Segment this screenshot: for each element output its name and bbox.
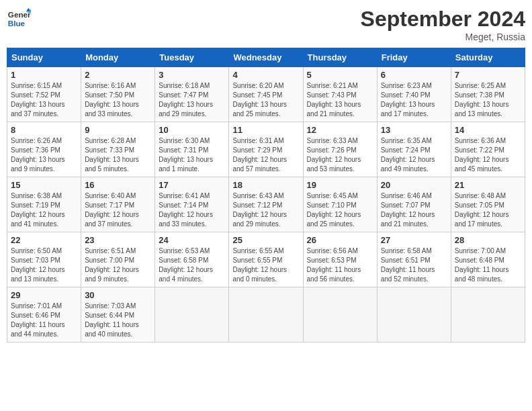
day-number: 5: [307, 70, 373, 80]
day-number: 11: [232, 125, 299, 135]
day-cell: [377, 287, 451, 342]
day-info: Sunrise: 6:41 AM Sunset: 7:14 PM Dayligh…: [159, 191, 225, 229]
day-number: 19: [307, 180, 373, 190]
day-cell: [303, 287, 377, 342]
day-info: Sunrise: 6:50 AM Sunset: 7:03 PM Dayligh…: [11, 246, 77, 284]
day-cell: [451, 287, 525, 342]
day-number: 14: [455, 125, 521, 135]
day-cell: 27Sunrise: 6:58 AM Sunset: 6:51 PM Dayli…: [377, 232, 451, 287]
week-row-4: 22Sunrise: 6:50 AM Sunset: 7:03 PM Dayli…: [7, 232, 525, 287]
day-info: Sunrise: 7:01 AM Sunset: 6:46 PM Dayligh…: [11, 302, 77, 339]
day-info: Sunrise: 6:38 AM Sunset: 7:19 PM Dayligh…: [11, 191, 77, 229]
calendar-table: SundayMondayTuesdayWednesdayThursdayFrid…: [7, 48, 525, 342]
week-row-5: 29Sunrise: 7:01 AM Sunset: 6:46 PM Dayli…: [7, 287, 525, 342]
day-number: 7: [455, 70, 521, 80]
day-number: 21: [455, 180, 521, 190]
title-block: September 2024 Meget, Russia: [361, 7, 525, 42]
day-info: Sunrise: 6:23 AM Sunset: 7:40 PM Dayligh…: [381, 81, 447, 119]
day-info: Sunrise: 6:53 AM Sunset: 6:58 PM Dayligh…: [159, 246, 225, 284]
calendar-subtitle: Meget, Russia: [361, 32, 525, 42]
day-cell: 1Sunrise: 6:15 AM Sunset: 7:52 PM Daylig…: [7, 67, 81, 122]
day-cell: 20Sunrise: 6:46 AM Sunset: 7:07 PM Dayli…: [377, 177, 451, 232]
day-cell: 8Sunrise: 6:26 AM Sunset: 7:36 PM Daylig…: [7, 122, 81, 177]
day-cell: 24Sunrise: 6:53 AM Sunset: 6:58 PM Dayli…: [155, 232, 229, 287]
week-row-2: 8Sunrise: 6:26 AM Sunset: 7:36 PM Daylig…: [7, 122, 525, 177]
day-cell: 16Sunrise: 6:40 AM Sunset: 7:17 PM Dayli…: [81, 177, 155, 232]
day-cell: 18Sunrise: 6:43 AM Sunset: 7:12 PM Dayli…: [229, 177, 303, 232]
header-tuesday: Tuesday: [155, 48, 229, 67]
day-cell: 9Sunrise: 6:28 AM Sunset: 7:33 PM Daylig…: [81, 122, 155, 177]
day-cell: 12Sunrise: 6:33 AM Sunset: 7:26 PM Dayli…: [303, 122, 377, 177]
day-number: 20: [381, 180, 447, 190]
day-number: 3: [159, 70, 225, 80]
day-number: 13: [381, 125, 447, 135]
day-number: 22: [11, 235, 77, 245]
day-info: Sunrise: 6:16 AM Sunset: 7:50 PM Dayligh…: [85, 81, 151, 119]
svg-text:Blue: Blue: [8, 19, 26, 28]
day-cell: 19Sunrise: 6:45 AM Sunset: 7:10 PM Dayli…: [303, 177, 377, 232]
day-cell: 6Sunrise: 6:23 AM Sunset: 7:40 PM Daylig…: [377, 67, 451, 122]
day-info: Sunrise: 6:15 AM Sunset: 7:52 PM Dayligh…: [11, 81, 77, 119]
day-cell: 23Sunrise: 6:51 AM Sunset: 7:00 PM Dayli…: [81, 232, 155, 287]
day-cell: 2Sunrise: 6:16 AM Sunset: 7:50 PM Daylig…: [81, 67, 155, 122]
day-cell: 4Sunrise: 6:20 AM Sunset: 7:45 PM Daylig…: [229, 67, 303, 122]
day-number: 18: [232, 180, 299, 190]
day-number: 6: [381, 70, 447, 80]
week-row-3: 15Sunrise: 6:38 AM Sunset: 7:19 PM Dayli…: [7, 177, 525, 232]
logo-icon: General Blue: [7, 7, 31, 31]
day-number: 16: [85, 180, 151, 190]
day-number: 27: [381, 235, 447, 245]
day-number: 24: [159, 235, 225, 245]
day-cell: 25Sunrise: 6:55 AM Sunset: 6:55 PM Dayli…: [229, 232, 303, 287]
day-number: 28: [455, 235, 521, 245]
day-info: Sunrise: 6:35 AM Sunset: 7:24 PM Dayligh…: [381, 136, 447, 174]
header-wednesday: Wednesday: [229, 48, 303, 67]
day-info: Sunrise: 7:03 AM Sunset: 6:44 PM Dayligh…: [85, 302, 151, 339]
day-cell: 28Sunrise: 7:00 AM Sunset: 6:48 PM Dayli…: [451, 232, 525, 287]
day-info: Sunrise: 6:21 AM Sunset: 7:43 PM Dayligh…: [307, 81, 373, 119]
day-number: 15: [11, 180, 77, 190]
day-number: 23: [85, 235, 151, 245]
day-cell: 11Sunrise: 6:31 AM Sunset: 7:29 PM Dayli…: [229, 122, 303, 177]
day-cell: 7Sunrise: 6:25 AM Sunset: 7:38 PM Daylig…: [451, 67, 525, 122]
header-sunday: Sunday: [7, 48, 81, 67]
day-info: Sunrise: 6:25 AM Sunset: 7:38 PM Dayligh…: [455, 81, 521, 119]
day-number: 12: [307, 125, 373, 135]
day-cell: 3Sunrise: 6:18 AM Sunset: 7:47 PM Daylig…: [155, 67, 229, 122]
day-cell: 10Sunrise: 6:30 AM Sunset: 7:31 PM Dayli…: [155, 122, 229, 177]
day-number: 8: [11, 125, 77, 135]
day-info: Sunrise: 6:33 AM Sunset: 7:26 PM Dayligh…: [307, 136, 373, 174]
day-cell: 14Sunrise: 6:36 AM Sunset: 7:22 PM Dayli…: [451, 122, 525, 177]
header-monday: Monday: [81, 48, 155, 67]
day-cell: 21Sunrise: 6:48 AM Sunset: 7:05 PM Dayli…: [451, 177, 525, 232]
day-number: 2: [85, 70, 151, 80]
week-row-1: 1Sunrise: 6:15 AM Sunset: 7:52 PM Daylig…: [7, 67, 525, 122]
day-info: Sunrise: 6:43 AM Sunset: 7:12 PM Dayligh…: [232, 191, 299, 229]
day-cell: 29Sunrise: 7:01 AM Sunset: 6:46 PM Dayli…: [7, 287, 81, 342]
day-number: 1: [11, 70, 77, 80]
logo: General Blue: [7, 7, 31, 31]
day-number: 29: [11, 290, 77, 300]
day-number: 17: [159, 180, 225, 190]
calendar-title: September 2024: [361, 7, 525, 32]
day-cell: 5Sunrise: 6:21 AM Sunset: 7:43 PM Daylig…: [303, 67, 377, 122]
page-header: General Blue September 2024 Meget, Russi…: [7, 7, 525, 42]
day-cell: 22Sunrise: 6:50 AM Sunset: 7:03 PM Dayli…: [7, 232, 81, 287]
day-info: Sunrise: 6:30 AM Sunset: 7:31 PM Dayligh…: [159, 136, 225, 174]
day-info: Sunrise: 6:55 AM Sunset: 6:55 PM Dayligh…: [232, 246, 299, 284]
day-info: Sunrise: 6:58 AM Sunset: 6:51 PM Dayligh…: [381, 246, 447, 284]
day-number: 30: [85, 290, 151, 300]
header-friday: Friday: [377, 48, 451, 67]
day-cell: 26Sunrise: 6:56 AM Sunset: 6:53 PM Dayli…: [303, 232, 377, 287]
day-info: Sunrise: 6:46 AM Sunset: 7:07 PM Dayligh…: [381, 191, 447, 229]
day-cell: [155, 287, 229, 342]
day-info: Sunrise: 6:36 AM Sunset: 7:22 PM Dayligh…: [455, 136, 521, 174]
day-cell: 30Sunrise: 7:03 AM Sunset: 6:44 PM Dayli…: [81, 287, 155, 342]
day-info: Sunrise: 6:20 AM Sunset: 7:45 PM Dayligh…: [232, 81, 299, 119]
day-number: 26: [307, 235, 373, 245]
header-saturday: Saturday: [451, 48, 525, 67]
day-info: Sunrise: 6:56 AM Sunset: 6:53 PM Dayligh…: [307, 246, 373, 284]
day-cell: 17Sunrise: 6:41 AM Sunset: 7:14 PM Dayli…: [155, 177, 229, 232]
day-number: 10: [159, 125, 225, 135]
header-thursday: Thursday: [303, 48, 377, 67]
